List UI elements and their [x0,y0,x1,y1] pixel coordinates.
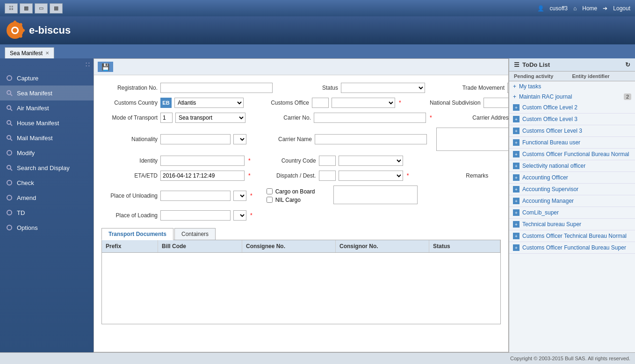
sidebar-item-sea-manifest[interactable]: Sea Manifest [0,86,94,100]
todo-item-8[interactable]: + Accounting Manager [509,195,635,207]
national-subdivision-input[interactable] [483,98,508,108]
home-link[interactable]: Home [582,5,597,12]
place-loading-input[interactable] [160,210,231,221]
todo-item-1[interactable]: + Custom Office Level 3 [509,114,635,125]
todo-item-5[interactable]: + Selectivity national officer [509,160,635,172]
todo-item-11[interactable]: + Customs Officer Technical Bureau Norma… [509,230,635,242]
sidebar-label-options: Options [17,224,38,231]
mode-transport-num-input[interactable] [160,113,173,123]
status-select[interactable] [341,83,425,93]
customs-office-select[interactable] [332,98,395,108]
todo-item-6[interactable]: + Accounting Officer [509,172,635,184]
sidebar-item-capture[interactable]: Capture [0,71,94,86]
table-icon-btn[interactable]: ▩ [20,3,33,14]
sea-manifest-tab[interactable]: Sea Manifest ✕ [5,47,54,58]
sidebar-item-td[interactable]: TD [0,205,94,220]
layout-icon-btn[interactable]: ▦ [50,3,63,14]
save-button[interactable]: 💾 [98,62,113,72]
item-plus-icon-12: + [513,244,520,251]
refresh-icon[interactable]: ↻ [625,61,630,68]
todo-item-7[interactable]: + Accounting Supervisor [509,184,635,195]
app-logo [5,20,25,41]
sidebar-label-search-display: Search and Display [17,164,70,171]
tab-buttons: Transport Documents Containers [101,228,501,240]
td-icon [6,209,13,216]
nil-cargo-checkbox[interactable] [267,197,273,203]
sidebar-item-air-manifest[interactable]: Air Manifest [0,100,94,115]
eta-etd-input[interactable] [160,171,245,181]
customs-country-select[interactable]: Atlantis [174,98,244,108]
country-code-select[interactable] [339,156,403,166]
country-code-input[interactable] [319,156,336,166]
trade-movement-input[interactable] [507,83,508,93]
item-plus-icon-2: + [513,128,520,134]
dispatch-dest-select[interactable] [339,171,403,181]
col-status: Status [429,240,500,252]
todo-item-label-9: ComLib_super [522,209,559,216]
sidebar: ∷ Capture Sea Manifest Air Manifest Hous… [0,58,94,352]
sidebar-label-amend: Amend [17,194,36,201]
todo-item-12[interactable]: + Customs Officer Functional Bureau Supe… [509,242,635,254]
sidebar-item-search-display[interactable]: Search and Display [0,160,94,175]
todo-item-9[interactable]: + ComLib_super [509,207,635,219]
col-prefix: Prefix [102,240,158,252]
item-plus-icon-8: + [513,198,520,204]
carrier-name-input[interactable] [315,134,427,144]
dispatch-dest-code-input[interactable] [319,171,336,181]
close-tab-icon[interactable]: ✕ [45,50,49,56]
col-consignor-no: Consignor No. [336,240,429,252]
svg-point-7 [7,91,11,94]
customs-office-label: Customs Office [253,100,309,106]
grid-icon-btn[interactable]: ☷ [5,3,18,14]
identity-input[interactable] [160,156,245,166]
todo-item-2[interactable]: + Customs Officer Level 3 [509,125,635,137]
todo-item-label-12: Customs Officer Functional Bureau Super [522,244,626,251]
logout-link[interactable]: Logout [613,5,630,12]
carrier-address-textarea[interactable] [436,128,508,151]
todo-item-label-1: Custom Office Level 3 [522,116,577,122]
registration-no-input[interactable] [160,83,273,93]
sidebar-item-modify[interactable]: Modify [0,145,94,160]
mode-transport-select[interactable]: Sea transport [175,113,245,123]
cargo-on-board-checkbox[interactable] [267,188,273,194]
sidebar-item-options[interactable]: Options [0,220,94,235]
nationality-label: Nationality [101,136,158,143]
todo-item-4[interactable]: + Customs Officer Functional Bureau Norm… [509,149,635,160]
tabs-section: Transport Documents Containers Prefix Bi… [101,228,501,324]
item-plus-icon-7: + [513,186,520,193]
svg-point-11 [7,121,11,124]
carrier-no-required: * [430,114,432,121]
item-plus-icon-11: + [513,233,520,239]
todo-item-label-2: Customs Officer Level 3 [522,128,582,134]
sidebar-item-mail-manifest[interactable]: Mail Manifest [0,130,94,145]
sidebar-label-capture: Capture [17,75,38,82]
nationality-select[interactable] [233,134,246,144]
todo-item-3[interactable]: + Functional Bureau user [509,137,635,149]
window-icon-btn[interactable]: ▭ [35,3,48,14]
footer: Copyright © 2003-2015 Bull SAS. All righ… [0,352,635,364]
tab-content: Prefix Bill Code Consignee No. Consignor… [101,240,501,324]
item-plus-icon-5: + [513,163,520,169]
sidebar-item-check[interactable]: Check [0,175,94,190]
containers-tab[interactable]: Containers [174,228,216,240]
sidebar-label-td: TD [17,209,25,216]
nil-cargo-label: NIL Cargo [275,197,301,203]
maintain-rac-count: 2 [624,93,631,100]
mode-transport-label: Mode of Transport [101,114,158,121]
transport-docs-tab[interactable]: Transport Documents [101,228,173,240]
sidebar-item-house-manifest[interactable]: House Manifest [0,115,94,130]
todo-my-tasks[interactable]: + My tasks [509,81,635,92]
remarks-textarea[interactable] [333,186,418,204]
dispatch-dest-label: Dispatch / Dest. [260,172,316,179]
place-unloading-select[interactable] [233,191,246,201]
place-unloading-input[interactable] [160,191,231,201]
todo-item-0[interactable]: + Custom Office Level 2 [509,102,635,114]
todo-maintain-rac[interactable]: + Maintain RAC journal 2 [509,92,635,102]
carrier-no-input[interactable] [314,113,426,123]
customs-office-code-input[interactable] [312,98,329,108]
nationality-input[interactable] [160,134,231,144]
place-loading-select[interactable] [233,210,246,221]
todo-item-10[interactable]: + Technical bureau Super [509,219,635,230]
content-toolbar: 💾 [94,59,508,75]
sidebar-item-amend[interactable]: Amend [0,190,94,205]
